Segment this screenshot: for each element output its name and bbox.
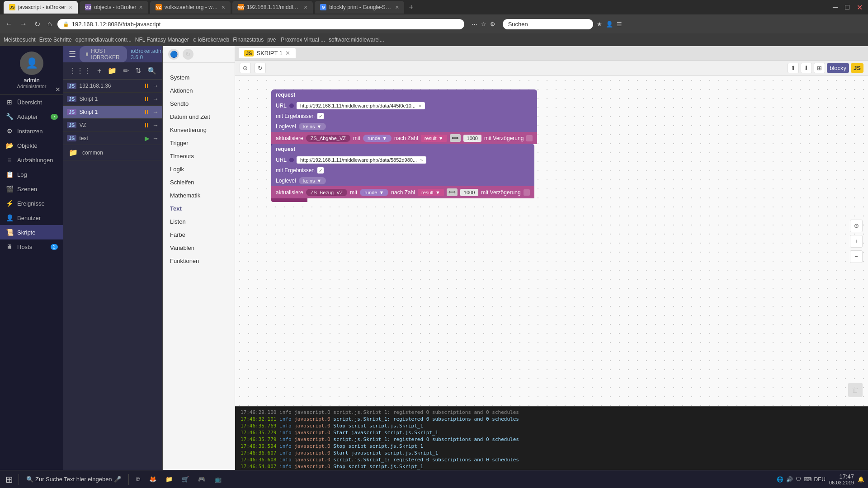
taskbar-app-4[interactable]: 🎮	[194, 474, 209, 484]
target-icon-button[interactable]: ⊙	[240, 63, 251, 73]
trash-icon[interactable]: 🗑	[848, 383, 863, 397]
add-folder-button[interactable]: 📁	[105, 65, 119, 76]
menu-aktionen[interactable]: Aktionen	[163, 84, 235, 97]
bookmark-nfl[interactable]: NFL Fantasy Manager	[135, 37, 189, 43]
menu-trigger[interactable]: Trigger	[163, 136, 235, 150]
zoom-out-button[interactable]: −	[850, 250, 863, 263]
menu-listen[interactable]: Listen	[163, 215, 235, 228]
taskbar-explorer[interactable]: 📁	[162, 474, 176, 484]
tab-javascript[interactable]: JS javascript - ioBroker ×	[4, 1, 78, 14]
tab-close-mw[interactable]: ×	[304, 4, 307, 11]
grid-button[interactable]: ⊞	[814, 63, 825, 73]
bookmark-software[interactable]: software:middlewarei...	[329, 37, 384, 43]
edit-script-icon[interactable]: →	[152, 122, 159, 129]
taskbar-store[interactable]: 🛒	[178, 474, 193, 484]
sidebar-item-instanzen[interactable]: ⚙ Instanzen	[0, 124, 63, 138]
refresh-button[interactable]: ↻	[183, 49, 193, 60]
sidebar-item-ubersicht[interactable]: ⊞ Übersicht	[0, 95, 63, 109]
script-item-192[interactable]: JS 192.168.1.36 ⏸ →	[63, 80, 162, 93]
close-sidebar-button[interactable]: ✕	[55, 86, 61, 93]
bookmark-icon[interactable]: ☆	[481, 21, 486, 28]
sidebar-item-ereignisse[interactable]: ⚡ Ereignisse	[0, 196, 63, 211]
block-request-2[interactable]: request URL http://192.168.1.11/middlewa…	[271, 144, 534, 202]
checkbox-2[interactable]: ✓	[317, 167, 324, 174]
tab-close-obj[interactable]: ×	[139, 4, 143, 11]
sidebar-item-skripte[interactable]: 📜 Skripte	[0, 225, 63, 239]
tab-objects[interactable]: OB objects - ioBroker ×	[80, 1, 148, 14]
script-item-skript1-top[interactable]: JS Skript 1 ⏸ →	[63, 93, 162, 106]
edit-script-icon[interactable]: →	[152, 82, 159, 89]
sidebar-item-benutzer[interactable]: 👤 Benutzer	[0, 211, 63, 225]
bookmark-omv[interactable]: openmediavault contr...	[75, 37, 132, 43]
js-mode-button[interactable]: JS	[851, 63, 863, 73]
edit-script-icon[interactable]: →	[152, 95, 159, 103]
bookmark-meistbesucht[interactable]: Meistbesucht	[4, 37, 36, 43]
menu-datum-zeit[interactable]: Datum und Zeit	[163, 110, 235, 123]
refresh-button[interactable]: ↻	[33, 18, 42, 30]
home-button[interactable]: ⌂	[46, 18, 54, 30]
tab-blockly[interactable]: G blockly print - Google-Suche ×	[315, 1, 404, 14]
run-script-button[interactable]: ▶	[145, 135, 150, 142]
taskbar-clock[interactable]: 17:47 06.03.2019	[829, 473, 854, 485]
bookmark-erste-schritte[interactable]: Erste Schritte	[39, 37, 72, 43]
sidebar-item-objekte[interactable]: 📂 Objekte	[0, 138, 63, 153]
script-item-common[interactable]: 📁 common	[63, 145, 162, 160]
tab-close-vz[interactable]: ×	[222, 4, 225, 11]
block-request-1[interactable]: request URL http://192.168.1.11/middlewa…	[271, 89, 537, 148]
canvas-mode-button[interactable]: 🔵	[168, 49, 179, 60]
zoom-in-button[interactable]: +	[850, 235, 863, 248]
sidebar-item-aufzahlungen[interactable]: ≡ Aufzählungen	[0, 153, 63, 167]
search-script-button[interactable]: 🔍	[145, 65, 159, 76]
zoom-target-button[interactable]: ⊙	[850, 220, 863, 232]
loglevel-dropdown-2[interactable]: keins ▼	[299, 177, 326, 184]
tab-mw[interactable]: MW 192.168.1.11/middleware.php/... ×	[232, 1, 313, 14]
menu-sendto[interactable]: Sendto	[163, 97, 235, 110]
tab-vz[interactable]: VZ volkszaehler.org - web frontend... ×	[150, 1, 231, 14]
pause-script-button[interactable]: ⏸	[143, 82, 150, 89]
sidebar-item-szenen[interactable]: 🎬 Szenen	[0, 182, 63, 196]
edit-script-button[interactable]: ✏	[121, 65, 131, 76]
url-value-1[interactable]: http://192.168.1.11/middleware.php/data/…	[297, 102, 425, 109]
window-minimize[interactable]: ─	[831, 1, 840, 14]
add-script-button[interactable]: +	[95, 66, 104, 76]
script-item-vz[interactable]: JS VZ ⏸ →	[63, 119, 162, 132]
blocky-mode-button[interactable]: blocky	[827, 63, 849, 73]
refresh-canvas-button[interactable]: ↻	[255, 63, 266, 73]
menu-logik[interactable]: Logik	[163, 163, 235, 176]
settings-icon[interactable]: ⚙	[490, 21, 495, 28]
blockly-canvas[interactable]: request URL http://192.168.1.11/middlewa…	[235, 76, 868, 406]
taskbar-search[interactable]: 🔍 Zur Suche Text hier eingeben 🎤	[23, 474, 125, 484]
tab-close-blockly[interactable]: ×	[395, 4, 399, 11]
account-icon[interactable]: 👤	[606, 21, 613, 28]
number-1[interactable]: 1000	[463, 135, 481, 142]
bookmarks-icon[interactable]: ★	[597, 21, 602, 28]
taskbar-firefox[interactable]: 🦊	[146, 474, 160, 484]
runde-dropdown-1[interactable]: runde ▼	[363, 135, 392, 142]
menu-timeouts[interactable]: Timeouts	[163, 150, 235, 163]
script-item-skript1-active[interactable]: JS Skript 1 ⏸ →	[63, 106, 162, 119]
menu-text[interactable]: Text	[163, 202, 235, 215]
menu-mathematik[interactable]: Mathematik	[163, 189, 235, 202]
import-button[interactable]: ⬇	[801, 63, 812, 73]
window-maximize[interactable]: □	[843, 1, 851, 14]
canvas-tab-close-button[interactable]: ✕	[285, 50, 290, 56]
menu-tool-button[interactable]: ⋮⋮⋮	[67, 65, 93, 76]
sidebar-item-hosts[interactable]: 🖥 Hosts 2	[0, 239, 63, 254]
pause-script-button[interactable]: ⏸	[143, 122, 150, 129]
export-button[interactable]: ⬆	[788, 63, 799, 73]
start-button[interactable]: ⊞	[4, 472, 15, 487]
bookmark-finanz[interactable]: Finanzstatus	[233, 37, 264, 43]
menu-variablen[interactable]: Variablen	[163, 241, 235, 254]
sort-button[interactable]: ⇅	[133, 65, 143, 76]
taskbar-app-5[interactable]: 📺	[211, 474, 225, 484]
pause-script-button[interactable]: ⏸	[143, 95, 150, 103]
menu-konvertierung[interactable]: Konvertierung	[163, 123, 235, 136]
loglevel-dropdown-1[interactable]: keins ▼	[299, 123, 326, 130]
runde-dropdown-2[interactable]: runde ▼	[360, 189, 388, 196]
app-logo[interactable]: ☰	[69, 49, 76, 59]
notifications-icon[interactable]: 🔔	[858, 476, 864, 483]
edit-script-icon[interactable]: →	[152, 108, 159, 116]
menu-schleifen[interactable]: Schleifen	[163, 176, 235, 189]
delay-checkbox-1[interactable]	[526, 135, 533, 141]
bookmark-pve[interactable]: pve - Proxmox Virtual ...	[267, 37, 325, 43]
